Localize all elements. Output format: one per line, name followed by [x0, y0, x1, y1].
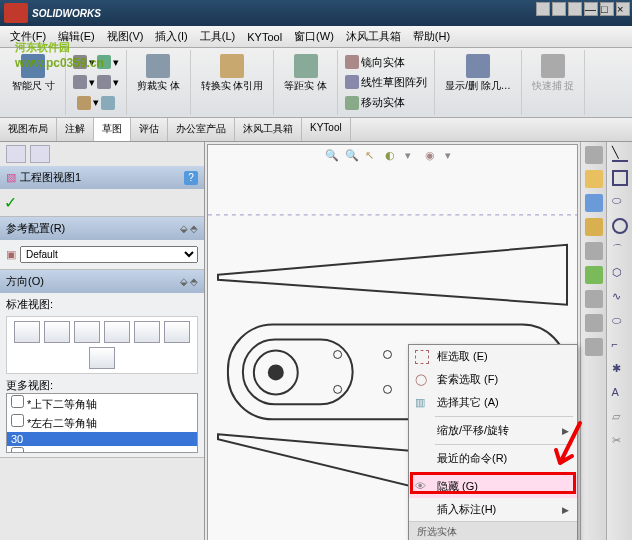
ellipse-tool-icon[interactable]: ⬭ [612, 314, 628, 330]
move-entities-button[interactable]: 移动实体 [344, 94, 406, 111]
panel-tab-icon[interactable] [30, 145, 50, 163]
svg-point-10 [334, 385, 342, 393]
box-select-icon [415, 350, 429, 364]
view-checkbox[interactable] [11, 414, 24, 427]
ctx-hide[interactable]: 👁 隐藏 (G) [409, 475, 577, 498]
menu-kytool[interactable]: KYTool [241, 29, 288, 45]
ok-checkmark-button[interactable]: ✓ [0, 189, 204, 216]
view-back-button[interactable] [44, 321, 70, 343]
trim-entities-button[interactable]: 剪裁实 体 [133, 52, 184, 93]
tab-kytool[interactable]: KYTool [302, 118, 351, 141]
mirror-entities-button[interactable]: 镜向实体 [344, 54, 406, 71]
trim-tool-icon[interactable]: ✂ [612, 434, 628, 450]
app-logo [4, 3, 28, 23]
task-pane-icon[interactable] [585, 314, 603, 332]
ref-config-header[interactable]: 参考配置(R) ⬙⬘ [0, 217, 204, 240]
orientation-header[interactable]: 方向(O) ⬙⬘ [0, 270, 204, 293]
panel-tab-icon[interactable] [6, 145, 26, 163]
menu-window[interactable]: 窗口(W) [288, 27, 340, 46]
menu-edit[interactable]: 编辑(E) [52, 27, 101, 46]
task-pane-toolbar [580, 142, 606, 540]
lasso-icon: ◯ [415, 373, 429, 387]
view-left-button[interactable] [74, 321, 100, 343]
doc-maximize-icon[interactable]: □ [600, 2, 614, 16]
home-icon[interactable] [585, 170, 603, 188]
tab-office[interactable]: 办公室产品 [168, 118, 235, 141]
ctx-insert-annotation[interactable]: 插入标注(H)▶ [409, 498, 577, 521]
view-right-button[interactable] [104, 321, 130, 343]
menu-mufeng[interactable]: 沐风工具箱 [340, 27, 407, 46]
view-toolbar: 🔍 🔍 ↖ ◐ ▾ ◉ ▾ [325, 149, 461, 165]
std-views-label: 标准视图: [6, 297, 198, 312]
view-top-button[interactable] [134, 321, 160, 343]
ctx-recent-commands[interactable]: 最近的命令(R)▶ [409, 447, 577, 470]
plane-tool-icon[interactable]: ▱ [612, 410, 628, 426]
more-views-list[interactable]: *上下二等角轴 *左右二等角轴 30 bifsk [6, 393, 198, 453]
offset-entities-button[interactable]: 等距实 体 [280, 52, 331, 93]
tab-mufeng[interactable]: 沐风工具箱 [235, 118, 302, 141]
menu-tools[interactable]: 工具(L) [194, 27, 241, 46]
doc-close-icon[interactable]: × [616, 2, 630, 16]
ctx-zoom-pan-rotate[interactable]: 缩放/平移/旋转▶ [409, 419, 577, 442]
ctx-select-other[interactable]: ▥ 选择其它 (A) [409, 391, 577, 414]
view-palette-icon[interactable] [585, 242, 603, 260]
config-dropdown[interactable]: Default [20, 246, 198, 263]
zoom-area-icon[interactable]: 🔍 [345, 149, 361, 165]
linear-pattern-button[interactable]: 线性草图阵列 [344, 74, 428, 91]
smart-dimension-button[interactable]: 智能尺 寸 [8, 52, 59, 93]
help-icon[interactable]: ? [184, 171, 198, 185]
text-tool-icon[interactable]: A [612, 386, 628, 402]
menu-view[interactable]: 视图(V) [101, 27, 150, 46]
spline-tool-icon[interactable]: ∿ [612, 290, 628, 306]
menu-help[interactable]: 帮助(H) [407, 27, 456, 46]
display-delete-button[interactable]: 显示/删 除几… [441, 52, 515, 93]
appearances-icon[interactable] [585, 266, 603, 284]
view-bottom-button[interactable] [164, 321, 190, 343]
ctx-lasso-select[interactable]: ◯ 套索选取 (F) [409, 368, 577, 391]
property-manager-panel: ▧工程图视图1 ? ✓ 参考配置(R) ⬙⬘ ▣ Default 方向(O) [0, 142, 205, 540]
polygon-tool-icon[interactable]: ⬡ [612, 266, 628, 282]
command-tabs: 视图布局 注解 草图 评估 办公室产品 沐风工具箱 KYTool — □ × [0, 118, 632, 142]
point-tool-icon[interactable]: ✱ [612, 362, 628, 378]
standard-views-grid [6, 316, 198, 374]
menu-insert[interactable]: 插入(I) [149, 27, 193, 46]
tab-evaluate[interactable]: 评估 [131, 118, 168, 141]
arc-tool-icon[interactable]: ⌒ [612, 242, 628, 258]
tab-view-layout[interactable]: 视图布局 [0, 118, 57, 141]
circle-tool-icon[interactable] [612, 218, 628, 234]
doc-nav-icon[interactable] [536, 2, 550, 16]
ctx-box-select[interactable]: 框选取 (E) [409, 345, 577, 368]
tab-annotation[interactable]: 注解 [57, 118, 94, 141]
zoom-prev-icon[interactable]: ↖ [365, 149, 381, 165]
view-iso-button[interactable] [89, 347, 115, 369]
quick-snap-button[interactable]: 快速捕 捉 [528, 52, 579, 93]
doc-nav-icon[interactable] [552, 2, 566, 16]
menu-file[interactable]: 文件(F) [4, 27, 52, 46]
file-explorer-icon[interactable] [585, 218, 603, 236]
task-pane-tab-icon[interactable] [585, 146, 603, 164]
view-front-button[interactable] [14, 321, 40, 343]
convert-entities-button[interactable]: 转换实 体引用 [197, 52, 268, 93]
sketch-toolbar: ╲ ⬭ ⌒ ⬡ ∿ ⬭ ⌐ ✱ A ▱ ✂ [606, 142, 632, 540]
zoom-fit-icon[interactable]: 🔍 [325, 149, 341, 165]
ctx-section-label: 所选实体 [409, 521, 577, 540]
view-settings-icon[interactable]: ▾ [445, 149, 461, 165]
display-style-icon[interactable]: ▾ [405, 149, 421, 165]
task-pane-icon[interactable] [585, 338, 603, 356]
custom-props-icon[interactable] [585, 290, 603, 308]
rectangle-tool-icon[interactable] [612, 170, 628, 186]
doc-nav-icon[interactable] [568, 2, 582, 16]
more-views-label: 更多视图: [6, 378, 198, 393]
doc-minimize-icon[interactable]: — [584, 2, 598, 16]
design-library-icon[interactable] [585, 194, 603, 212]
view-checkbox[interactable] [11, 395, 24, 408]
fillet-tool-icon[interactable]: ⌐ [612, 338, 628, 354]
config-icon: ▣ [6, 248, 16, 261]
view-checkbox[interactable] [11, 447, 24, 453]
section-view-icon[interactable]: ◐ [385, 149, 401, 165]
hide-show-icon[interactable]: ◉ [425, 149, 441, 165]
slot-tool-icon[interactable]: ⬭ [612, 194, 628, 210]
app-title: SOLIDWORKS [32, 8, 101, 19]
tab-sketch[interactable]: 草图 [94, 118, 131, 141]
line-tool-icon[interactable]: ╲ [612, 146, 628, 162]
